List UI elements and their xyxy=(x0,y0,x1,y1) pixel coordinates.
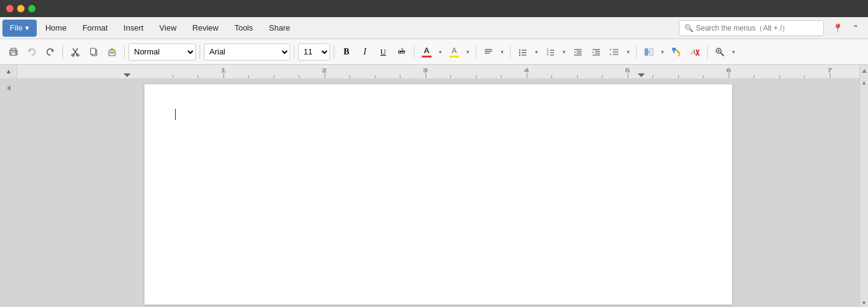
separator-3 xyxy=(200,45,200,59)
undo-button[interactable] xyxy=(23,43,40,61)
text-cursor xyxy=(175,109,176,120)
print-button[interactable] xyxy=(5,43,22,61)
ruler-area: 1 2 3 4 5 6 7 xyxy=(0,65,868,78)
underline-button[interactable]: U xyxy=(375,43,392,61)
svg-rect-47 xyxy=(649,48,653,56)
svg-text:3: 3 xyxy=(423,67,427,73)
paragraph-style-select[interactable]: Normal Heading 1 Heading 2 Title xyxy=(129,43,196,61)
svg-rect-49 xyxy=(672,48,676,51)
svg-rect-46 xyxy=(645,48,648,56)
insert-menu[interactable]: Insert xyxy=(116,20,151,37)
home-menu[interactable]: Home xyxy=(38,20,74,37)
menu-search-box[interactable]: 🔍 xyxy=(679,20,824,36)
document-area xyxy=(17,78,859,307)
highlight-color-button[interactable]: A xyxy=(446,43,463,61)
highlight-color-dropdown[interactable]: ▾ xyxy=(463,43,472,61)
share-menu[interactable]: Share xyxy=(261,20,297,37)
bullet-list-dropdown[interactable]: ▾ xyxy=(532,43,541,61)
collapse-ribbon-icon[interactable]: ⌃ xyxy=(848,21,863,35)
svg-marker-4 xyxy=(29,50,31,52)
bullet-list-group: ▾ xyxy=(514,43,541,61)
tools-menu[interactable]: Tools xyxy=(227,20,260,37)
line-spacing-dropdown[interactable]: ▾ xyxy=(624,43,632,61)
bold-button[interactable]: B xyxy=(338,43,355,61)
svg-marker-97 xyxy=(862,69,867,73)
align-button[interactable] xyxy=(480,43,497,61)
styles-button[interactable] xyxy=(640,43,657,61)
vertical-scrollbar[interactable]: ▲ ▼ xyxy=(859,78,868,307)
insert-tool-dropdown[interactable]: ▾ xyxy=(729,43,738,61)
svg-line-51 xyxy=(678,54,679,56)
close-button[interactable] xyxy=(6,5,13,12)
insert-tool-button[interactable] xyxy=(711,43,728,61)
cut-button[interactable] xyxy=(67,43,84,61)
font-color-button[interactable]: A xyxy=(418,43,435,61)
svg-rect-1 xyxy=(11,53,16,55)
svg-marker-5 xyxy=(51,50,53,52)
search-icon: 🔍 xyxy=(684,24,694,32)
font-color-dropdown[interactable]: ▾ xyxy=(436,43,444,61)
separator-7 xyxy=(476,45,476,59)
svg-marker-45 xyxy=(610,53,612,56)
scroll-track[interactable] xyxy=(860,87,869,298)
review-menu[interactable]: Review xyxy=(185,20,226,37)
copy-button[interactable] xyxy=(85,43,102,61)
italic-button[interactable]: I xyxy=(356,43,373,61)
svg-text:A: A xyxy=(690,48,696,56)
font-family-select[interactable]: Arial Times New Roman Courier New xyxy=(204,43,290,61)
svg-marker-44 xyxy=(610,48,612,51)
styles-dropdown[interactable]: ▾ xyxy=(658,43,667,61)
location-icon[interactable]: 📍 xyxy=(830,21,845,35)
svg-rect-60 xyxy=(17,65,859,78)
svg-rect-50 xyxy=(673,51,675,53)
bullet-list-button[interactable] xyxy=(514,43,531,61)
sidebar-toggle-button[interactable] xyxy=(0,78,17,307)
svg-point-19 xyxy=(519,49,520,50)
minimize-button[interactable] xyxy=(17,5,24,12)
svg-text:6: 6 xyxy=(727,67,731,73)
number-list-button[interactable]: 1. 2. 3. xyxy=(542,43,559,61)
separator-5 xyxy=(334,45,334,59)
maximize-button[interactable] xyxy=(28,5,36,12)
main-area: ▲ ▼ xyxy=(0,78,868,307)
ruler-toggle-button[interactable] xyxy=(0,65,17,78)
svg-text:7: 7 xyxy=(828,67,832,73)
increase-indent-button[interactable] xyxy=(588,43,605,61)
svg-point-21 xyxy=(519,54,520,55)
line-spacing-group: ▾ xyxy=(606,43,632,61)
scroll-up-button[interactable]: ▲ xyxy=(860,78,869,87)
strikethrough-button[interactable]: ab xyxy=(393,43,410,61)
separator-2 xyxy=(124,45,125,59)
svg-marker-35 xyxy=(574,51,575,53)
format-painter-button[interactable] xyxy=(668,43,685,61)
separator-10 xyxy=(707,45,708,59)
separator-6 xyxy=(414,45,414,59)
number-list-dropdown[interactable]: ▾ xyxy=(559,43,568,61)
align-dropdown[interactable]: ▾ xyxy=(498,43,506,61)
file-menu[interactable]: File ▾ xyxy=(2,20,37,37)
document[interactable] xyxy=(144,84,732,305)
svg-marker-59 xyxy=(7,70,10,73)
ruler: 1 2 3 4 5 6 7 xyxy=(17,65,859,78)
paste-button[interactable] xyxy=(103,43,121,61)
format-menu[interactable]: Format xyxy=(75,20,115,37)
highlight-color-group: A ▾ xyxy=(446,43,472,61)
separator-1 xyxy=(62,45,63,59)
scroll-down-button[interactable]: ▼ xyxy=(860,298,869,307)
insert-tools-group: ▾ xyxy=(711,43,738,61)
svg-text:5: 5 xyxy=(626,67,630,73)
svg-text:1: 1 xyxy=(221,67,225,73)
svg-marker-98 xyxy=(7,86,10,91)
toolbar: Normal Heading 1 Heading 2 Title Arial T… xyxy=(0,39,868,65)
redo-button[interactable] xyxy=(42,43,59,61)
font-size-select[interactable]: 11 8910 1214 xyxy=(298,43,330,61)
menu-right-icons: 📍 ⌃ xyxy=(830,21,863,35)
view-menu[interactable]: View xyxy=(152,20,184,37)
menu-search-input[interactable] xyxy=(696,24,818,32)
styles-group: ▾ xyxy=(640,43,667,61)
title-bar xyxy=(0,0,868,17)
clear-formatting-button[interactable]: A xyxy=(686,43,703,61)
align-group: ▾ xyxy=(480,43,506,61)
line-spacing-button[interactable] xyxy=(606,43,623,61)
decrease-indent-button[interactable] xyxy=(569,43,586,61)
